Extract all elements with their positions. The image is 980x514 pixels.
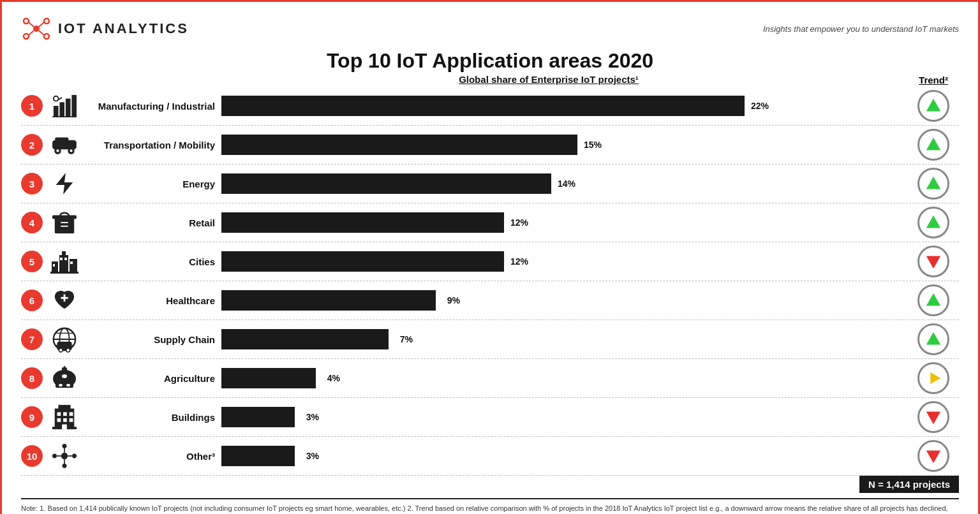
bar-container: 3%	[221, 406, 876, 429]
rank-badge: 2	[21, 134, 43, 156]
bar-value: 15%	[584, 140, 602, 150]
svg-point-79	[63, 464, 67, 468]
svg-point-80	[52, 454, 57, 459]
n-badge: N = 1,414 projects	[859, 476, 959, 493]
row-label: Agriculture	[81, 373, 221, 384]
row-icon	[48, 170, 81, 198]
svg-rect-71	[70, 412, 73, 416]
svg-point-14	[54, 96, 59, 101]
svg-marker-76	[926, 412, 940, 425]
trend-icon	[917, 246, 949, 277]
svg-rect-63	[62, 367, 67, 374]
bar: 7%	[221, 329, 389, 349]
trend-icon	[917, 401, 949, 433]
rank-badge: 3	[21, 173, 43, 195]
bar-value: 14%	[558, 179, 575, 189]
rank-badge: 9	[21, 406, 43, 428]
bar-container: 14%	[221, 172, 876, 195]
bar-value: 22%	[751, 101, 769, 111]
svg-point-3	[24, 34, 29, 39]
svg-marker-86	[926, 451, 940, 464]
svg-marker-65	[930, 372, 940, 385]
trend-cell	[908, 362, 959, 394]
row-icon	[48, 325, 81, 353]
bar-value: 3%	[306, 412, 319, 422]
svg-rect-37	[62, 251, 66, 256]
svg-rect-12	[71, 95, 77, 117]
svg-rect-36	[70, 259, 77, 273]
svg-rect-74	[70, 418, 73, 422]
svg-point-61	[66, 384, 70, 386]
bar: 12%	[221, 251, 504, 272]
trend-icon	[917, 90, 949, 122]
row-label: Healthcare	[81, 295, 221, 306]
svg-point-78	[63, 444, 67, 448]
table-row: 7 Supply Chain 7%	[21, 320, 959, 359]
svg-rect-34	[52, 261, 58, 273]
bar: 22%	[221, 96, 745, 116]
bar-value: 3%	[306, 451, 319, 461]
bar: 3%	[221, 446, 295, 466]
svg-marker-43	[926, 256, 940, 269]
logo-icon	[21, 13, 52, 44]
row-label: Retail	[81, 217, 221, 228]
table-row: 10 Other³ 3%	[21, 437, 959, 476]
svg-rect-38	[53, 264, 55, 267]
trend-icon	[917, 362, 949, 394]
table-row: 9 Buildings 3%	[21, 398, 959, 437]
svg-point-55	[66, 348, 70, 352]
rank-badge: 5	[21, 251, 43, 272]
bar-container: 4%	[221, 367, 876, 390]
bar-value: 12%	[510, 256, 528, 267]
svg-rect-69	[57, 412, 61, 416]
svg-line-8	[39, 31, 44, 35]
bar-value: 7%	[400, 334, 413, 344]
svg-marker-25	[56, 173, 73, 195]
chart-subtitle: Global share of Enterprise IoT projects¹	[459, 74, 639, 85]
bar: 14%	[221, 173, 551, 194]
trend-cell	[908, 284, 959, 316]
table-row: 8 Agriculture 4%	[21, 359, 959, 398]
svg-point-0	[33, 26, 40, 32]
bar: 12%	[221, 212, 504, 233]
rank-badge: 8	[21, 367, 43, 389]
bar-value: 12%	[510, 217, 528, 228]
trend-header: Trend²	[908, 75, 959, 85]
trend-cell	[908, 90, 959, 122]
trend-cell	[908, 401, 959, 433]
svg-line-6	[39, 22, 44, 27]
svg-rect-41	[70, 261, 73, 264]
svg-rect-18	[55, 137, 68, 144]
svg-point-54	[59, 348, 63, 352]
table-row: 2 Transportation / Mobility 15%	[21, 126, 959, 165]
row-icon	[48, 403, 81, 431]
note-section: Note: 1. Based on 1,414 publically known…	[21, 498, 959, 514]
bar-container: 3%	[221, 444, 876, 467]
row-label: Buildings	[81, 412, 221, 423]
svg-rect-59	[56, 381, 73, 388]
rank-badge: 1	[21, 95, 43, 117]
rank-badge: 4	[21, 212, 43, 233]
svg-rect-73	[63, 418, 67, 422]
bar: 9%	[221, 290, 436, 311]
logo-text: IOT ANALYTICS	[58, 20, 189, 37]
row-icon	[48, 286, 81, 314]
rank-badge: 7	[21, 328, 43, 350]
table-row: 3 Energy 14%	[21, 165, 959, 203]
table-row: 4 Retail 12%	[21, 203, 959, 242]
trend-cell	[908, 207, 959, 239]
svg-rect-9	[54, 106, 59, 117]
svg-rect-39	[60, 258, 63, 260]
row-label: Cities	[81, 256, 221, 267]
bar-container: 15%	[221, 133, 876, 156]
svg-rect-42	[50, 272, 78, 274]
trend-icon	[917, 284, 949, 316]
row-icon	[48, 92, 81, 120]
trend-cell	[908, 440, 959, 472]
bar-container: 12%	[221, 211, 876, 234]
svg-rect-70	[63, 412, 67, 416]
row-icon	[48, 209, 81, 237]
trend-cell	[908, 168, 959, 200]
chart-area: 1 Manufacturing / Industrial 22% 2 Trans…	[21, 87, 959, 476]
table-row: 5 Cities 12%	[21, 242, 959, 281]
